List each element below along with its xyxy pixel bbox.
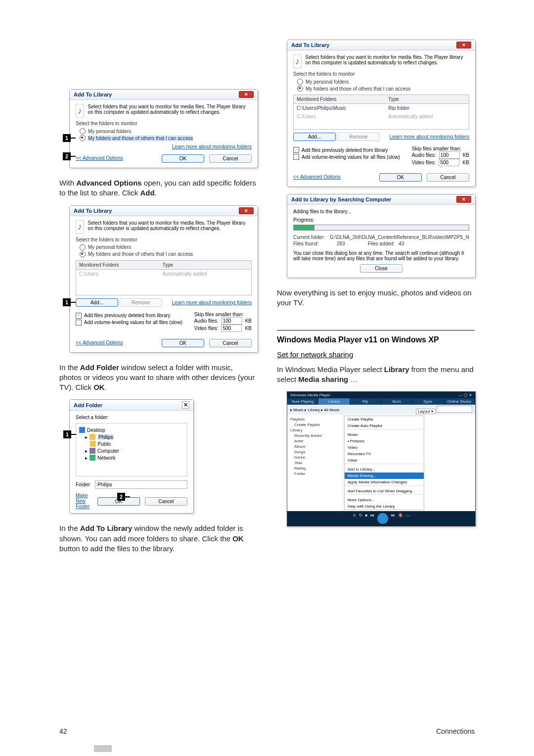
side-genre[interactable]: Genre	[294, 455, 340, 460]
close-icon[interactable]: ✕	[182, 401, 189, 409]
tab-library[interactable]: Library	[318, 398, 350, 405]
close-icon[interactable]: ✕	[239, 207, 254, 214]
next-icon[interactable]: ⏭	[391, 513, 395, 524]
menu-add-to-library[interactable]: Add to Library...	[345, 466, 424, 472]
menu-recorded-tv[interactable]: Recorded TV	[345, 451, 424, 457]
play-button[interactable]	[377, 513, 388, 524]
volume-icon[interactable]: —	[406, 513, 410, 524]
step-marker-1: 1	[63, 430, 71, 438]
checkbox-add-previous[interactable]: Add files previously deleted from librar…	[293, 147, 400, 153]
side-create-playlist[interactable]: Create Playlist	[294, 422, 340, 427]
menu-create-auto-playlist[interactable]: Create Auto Playlist	[345, 423, 424, 429]
radio-others[interactable]: My folders and those of others that I ca…	[80, 135, 252, 141]
close-icon[interactable]: ✕	[239, 91, 254, 98]
wmp-layout-btn[interactable]: Layout ▾	[416, 409, 436, 414]
close-icon[interactable]: ✕	[456, 42, 471, 48]
window-controls[interactable]: — ▢ ✕	[459, 393, 472, 397]
side-folder[interactable]: Folder	[294, 471, 340, 476]
checkbox-volume-leveling[interactable]: Add volume-leveling values for all files…	[293, 154, 400, 160]
cancel-button[interactable]: Cancel	[427, 173, 469, 182]
learn-more-link[interactable]: Learn more about monitoring folders	[390, 134, 469, 140]
checkbox-add-previous[interactable]: Add files previously deleted from librar…	[76, 313, 182, 319]
skip-label: Skip files smaller than:	[412, 146, 469, 151]
dialog-add-to-library-compact: Add To Library ✕ ♪ Select folders that y…	[69, 89, 258, 168]
wmp-search[interactable]	[437, 406, 472, 413]
add-button[interactable]: Add...	[76, 298, 118, 307]
cancel-button[interactable]: Cancel	[145, 497, 187, 506]
audio-threshold[interactable]	[439, 151, 460, 159]
learn-more-link[interactable]: Learn more about monitoring folders	[172, 300, 252, 305]
menu-add-favorites[interactable]: Add Favorites to List When Dragging	[345, 488, 424, 494]
tree-desktop[interactable]: Desktop	[79, 426, 184, 433]
radio-others[interactable]: My folders and those of others that I ca…	[297, 86, 469, 92]
select-folder-label: Select a folder:	[76, 415, 187, 420]
checkbox-volume-leveling[interactable]: Add volume-leveling values for all files…	[76, 320, 182, 326]
prev-icon[interactable]: ⏮	[370, 513, 374, 524]
make-new-folder-link[interactable]: Make New Folder	[76, 493, 97, 509]
video-threshold[interactable]	[439, 159, 459, 166]
tree-network[interactable]: ▸ Network	[85, 454, 184, 461]
close-icon[interactable]: ✕	[456, 196, 471, 203]
repeat-icon[interactable]: ↻	[359, 513, 362, 524]
menu-pictures[interactable]: • Pictures	[345, 438, 424, 444]
menu-apply-media-info[interactable]: Apply Media Information Changes	[345, 479, 424, 485]
tab-now-playing[interactable]: Now Playing	[287, 398, 318, 405]
table-row: C:\Users	[76, 269, 160, 278]
advanced-options-collapse[interactable]: << Advanced Options	[293, 174, 341, 180]
menu-help[interactable]: Help with Using the Library	[345, 503, 424, 510]
side-artist[interactable]: Artist	[294, 438, 340, 444]
advanced-options-collapse[interactable]: << Advanced Options	[76, 340, 123, 345]
mute-icon[interactable]: 🔇	[398, 513, 403, 524]
caption-advanced-options: With Advanced Options open, you can add …	[59, 178, 257, 198]
side-library[interactable]: Library	[290, 427, 340, 433]
ok-button[interactable]: OK	[162, 154, 204, 163]
col-folders: Monitored Folders	[294, 95, 386, 104]
tab-burn[interactable]: Burn	[381, 398, 412, 405]
ok-button[interactable]: OK	[379, 173, 422, 182]
radio-personal[interactable]: My personal folders	[297, 79, 469, 85]
radio-personal[interactable]: My personal folders	[80, 128, 252, 134]
folder-input[interactable]	[95, 480, 187, 489]
menu-create-playlist[interactable]: Create Playlist	[345, 416, 424, 423]
add-button[interactable]: Add...	[293, 133, 336, 141]
progress-label: Progress:	[293, 217, 469, 223]
audio-threshold[interactable]	[222, 317, 242, 325]
media-icon: ♪	[76, 104, 84, 118]
cancel-button[interactable]: Cancel	[209, 339, 252, 347]
menu-other[interactable]: Other	[345, 457, 424, 464]
tab-online-stores[interactable]: Online Stores	[444, 398, 475, 405]
side-album[interactable]: Album	[294, 444, 340, 449]
tree-computer[interactable]: ▸ Computer	[85, 447, 184, 454]
tree-public[interactable]: Public	[85, 440, 184, 447]
step-marker-2: 2	[63, 152, 71, 160]
side-playlists[interactable]: Playlists	[290, 417, 340, 422]
ok-button[interactable]: OK	[162, 339, 204, 347]
close-button[interactable]: Close	[360, 264, 402, 273]
section-label: Select the folders to monitor	[76, 237, 252, 242]
side-songs[interactable]: Songs	[294, 449, 340, 455]
radio-personal[interactable]: My personal folders	[80, 244, 252, 250]
cancel-button[interactable]: Cancel	[209, 154, 252, 163]
stop-icon[interactable]: ■	[365, 513, 368, 524]
menu-media-sharing[interactable]: Media Sharing...	[345, 472, 424, 479]
advanced-options-expand[interactable]: << Advanced Options	[76, 155, 123, 161]
menu-music[interactable]: Music	[345, 431, 424, 438]
wmp-sidebar: Playlists Create Playlist Library Recent…	[287, 415, 343, 511]
remove-button[interactable]: Remove	[337, 133, 380, 141]
radio-others[interactable]: My folders and those of others that I ca…	[80, 251, 252, 257]
shuffle-icon[interactable]: ⤮	[353, 513, 356, 524]
side-rating[interactable]: Rating	[294, 466, 340, 471]
side-recent[interactable]: Recently Added	[294, 433, 340, 438]
search-note: You can close this dialog box at any tim…	[293, 250, 469, 261]
step-marker-1: 1	[63, 134, 71, 142]
wmp-breadcrumb[interactable]: ▸ Music ▸ Library ▸ All Music	[290, 408, 340, 412]
side-year[interactable]: Year	[294, 460, 340, 466]
video-threshold[interactable]	[221, 325, 242, 332]
menu-video[interactable]: Video	[345, 444, 424, 451]
remove-button[interactable]: Remove	[120, 298, 162, 307]
menu-more-options[interactable]: More Options...	[345, 497, 424, 503]
tree-philips[interactable]: ▸ Philips	[85, 433, 184, 440]
learn-more-link[interactable]: Learn more about monitoring folders	[76, 144, 252, 149]
tab-sync[interactable]: Sync	[412, 398, 444, 405]
tab-rip[interactable]: Rip	[350, 398, 381, 405]
